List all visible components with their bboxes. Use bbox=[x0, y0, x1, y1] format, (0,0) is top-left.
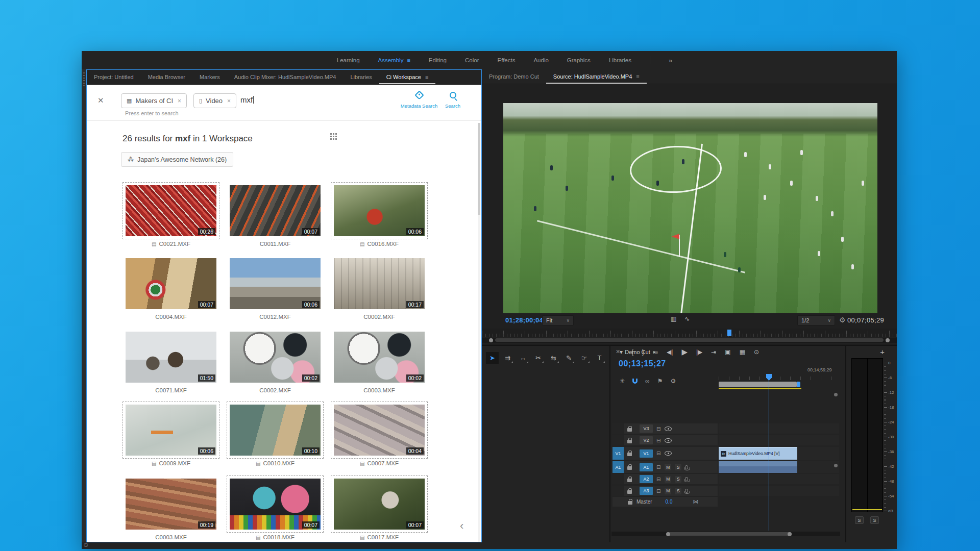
workspace-overflow-button[interactable]: » bbox=[669, 57, 672, 64]
fit-sequence-icon[interactable]: ⋈ bbox=[693, 498, 698, 505]
clip-thumbnail[interactable]: 00:10 bbox=[230, 405, 321, 456]
mute-button[interactable]: M bbox=[665, 488, 671, 494]
solo-right-button[interactable]: S bbox=[870, 516, 879, 524]
clip-card-c0002-mxf-5[interactable]: 00:17C0002.MXF bbox=[334, 258, 425, 320]
sync-lock-icon[interactable]: ⊟ bbox=[656, 464, 660, 470]
lock-icon[interactable] bbox=[627, 488, 632, 494]
add-marker-icon[interactable]: ⚑ bbox=[657, 378, 663, 385]
track-target-button[interactable]: V2 bbox=[640, 436, 653, 444]
clip-thumbnail[interactable]: 00:04 bbox=[334, 405, 425, 456]
lock-icon[interactable] bbox=[627, 450, 632, 456]
tab-ci-workspace[interactable]: Ci Workspace≡ bbox=[379, 70, 436, 84]
clip-card-c0004-mxf-3[interactable]: 00:07C0004.MXF bbox=[126, 258, 216, 320]
track-lane-v3[interactable] bbox=[719, 423, 839, 434]
clip-card-c0010-mxf-10[interactable]: 00:10▤C0010.MXF bbox=[230, 405, 321, 466]
snap-icon[interactable] bbox=[632, 379, 638, 384]
tab-program-demo-cut[interactable]: Program: Demo Cut bbox=[482, 69, 546, 84]
clip-card-c0021-mxf-0[interactable]: 00:26▤C0021.MXF bbox=[126, 185, 216, 247]
clip-card-c0016-mxf-2[interactable]: 00:06▤C0016.MXF bbox=[334, 185, 425, 247]
track-target-button[interactable]: V3 bbox=[640, 424, 653, 433]
lock-icon[interactable] bbox=[627, 426, 632, 432]
clip-thumbnail[interactable]: 00:26 bbox=[126, 185, 216, 236]
clip-card-c0002-mxf-7[interactable]: 00:02C0002.MXF bbox=[230, 332, 321, 393]
sync-lock-icon[interactable]: ⊟ bbox=[656, 426, 660, 432]
workspace-item-learning[interactable]: Learning bbox=[337, 57, 360, 63]
vertical-scroll-handle-bottom[interactable] bbox=[834, 464, 838, 467]
tab-audio-clip-mixer-hudlsamplevideo-mp4[interactable]: Audio Clip Mixer: HudlSampleVideo.MP4 bbox=[227, 70, 344, 84]
panel-menu-icon[interactable]: ≡ bbox=[636, 73, 639, 80]
tab-media-browser[interactable]: Media Browser bbox=[141, 70, 192, 84]
timeline-timecode[interactable]: 00;13;15;27 bbox=[619, 359, 666, 368]
clip-thumbnail[interactable]: 00:07 bbox=[126, 258, 216, 309]
ripple-edit-tool[interactable]: ↔ bbox=[517, 352, 529, 364]
video-preview[interactable] bbox=[503, 103, 877, 313]
panel-menu-icon[interactable]: ≡ bbox=[655, 349, 658, 355]
sequence-name[interactable]: Demo Cut bbox=[625, 349, 650, 355]
workspace-item-editing[interactable]: Editing bbox=[429, 57, 447, 63]
hand-tool[interactable]: ☞ bbox=[578, 352, 591, 364]
panel-menu-icon[interactable]: ≡ bbox=[425, 74, 428, 80]
clip-thumbnail[interactable]: 00:07 bbox=[230, 479, 321, 530]
timeline-settings-icon[interactable]: ⚙ bbox=[670, 378, 676, 385]
timeline-ruler[interactable] bbox=[719, 374, 839, 382]
clip-thumbnail[interactable]: 00:07 bbox=[334, 479, 425, 530]
clip-card-c0018-mxf-13[interactable]: 00:07▤C0018.MXF bbox=[230, 479, 321, 540]
workspace-item-graphics[interactable]: Graphics bbox=[567, 57, 591, 63]
panel-drag-strip[interactable] bbox=[82, 69, 86, 542]
razor-tool[interactable]: ✂ bbox=[532, 352, 545, 364]
sync-lock-icon[interactable]: ⊟ bbox=[656, 477, 660, 482]
voiceover-record-icon[interactable] bbox=[685, 489, 688, 493]
toggle-track-output-icon[interactable] bbox=[665, 451, 672, 456]
pen-tool[interactable]: ✎ bbox=[562, 352, 575, 364]
solo-button[interactable]: S bbox=[675, 488, 681, 494]
clip-card-c0017-mxf-14[interactable]: 00:07▤C0017.MXF bbox=[334, 479, 425, 540]
clip-card-c0009-mxf-9[interactable]: 00:06▤C0009.MXF bbox=[126, 405, 216, 466]
zoom-handle-left[interactable] bbox=[666, 532, 670, 536]
sync-lock-icon[interactable]: ⊟ bbox=[656, 450, 660, 456]
sync-lock-icon[interactable]: ⊟ bbox=[656, 488, 660, 494]
solo-button[interactable]: S bbox=[675, 464, 681, 470]
timeline-horizontal-scrollbar[interactable] bbox=[611, 532, 840, 536]
voiceover-record-icon[interactable] bbox=[685, 465, 688, 469]
clip-thumbnail[interactable]: 00:02 bbox=[334, 332, 425, 383]
selection-tool[interactable]: ➤ bbox=[486, 352, 499, 364]
track-select-forward-tool[interactable]: ⇉ bbox=[501, 352, 514, 364]
source-patch[interactable]: A1 bbox=[612, 461, 624, 473]
source-patch[interactable] bbox=[612, 435, 624, 445]
close-icon[interactable]: ✕ bbox=[616, 348, 620, 355]
voiceover-record-icon[interactable] bbox=[685, 477, 688, 481]
workspace-item-libraries[interactable]: Libraries bbox=[609, 57, 631, 63]
clip-thumbnail[interactable]: 00:06 bbox=[334, 185, 425, 236]
workspace-item-assembly[interactable]: Assembly≡ bbox=[378, 57, 410, 63]
track-target-button[interactable]: A1 bbox=[640, 463, 653, 471]
work-area-end-handle[interactable] bbox=[797, 382, 800, 387]
clip-thumbnail[interactable]: 00:06 bbox=[126, 405, 216, 456]
track-lane-a3[interactable] bbox=[719, 486, 839, 496]
clip-thumbnail[interactable]: 01:50 bbox=[126, 332, 216, 383]
settings-wrench-icon[interactable]: ⚙ bbox=[839, 316, 846, 324]
audio-clip[interactable] bbox=[719, 461, 797, 473]
tab-libraries[interactable]: Libraries bbox=[343, 70, 379, 84]
lock-icon[interactable] bbox=[627, 464, 632, 470]
source-patch[interactable]: V1 bbox=[612, 447, 624, 460]
vertical-scroll-handle-top[interactable] bbox=[834, 393, 838, 396]
clip-thumbnail[interactable]: 00:19 bbox=[126, 479, 216, 530]
work-area-bar[interactable] bbox=[719, 382, 797, 387]
clip-card-c0003-mxf-12[interactable]: 00:19C0003.MXF bbox=[126, 479, 216, 540]
workspace-item-audio[interactable]: Audio bbox=[533, 57, 548, 63]
zoom-handle-right[interactable] bbox=[886, 338, 890, 342]
clip-thumbnail[interactable]: 00:02 bbox=[230, 332, 321, 383]
monitor-zoom-scrollbar[interactable] bbox=[482, 338, 897, 343]
lock-icon[interactable] bbox=[628, 499, 632, 505]
source-patch[interactable] bbox=[612, 474, 624, 484]
track-target-button[interactable]: A2 bbox=[640, 475, 653, 483]
clip-card-c0003-mxf-8[interactable]: 00:02C0003.MXF bbox=[334, 332, 425, 393]
clip-card-c0007-mxf-11[interactable]: 00:04▤C0007.MXF bbox=[334, 405, 425, 466]
zoom-handle-left[interactable] bbox=[489, 338, 493, 342]
source-patch[interactable] bbox=[612, 486, 624, 496]
solo-button[interactable]: S bbox=[675, 476, 681, 483]
master-level[interactable]: 0.0 bbox=[666, 499, 673, 505]
lock-icon[interactable] bbox=[627, 438, 632, 443]
mute-button[interactable]: M bbox=[665, 464, 671, 470]
fit-dropdown[interactable]: Fit∨ bbox=[542, 315, 574, 325]
